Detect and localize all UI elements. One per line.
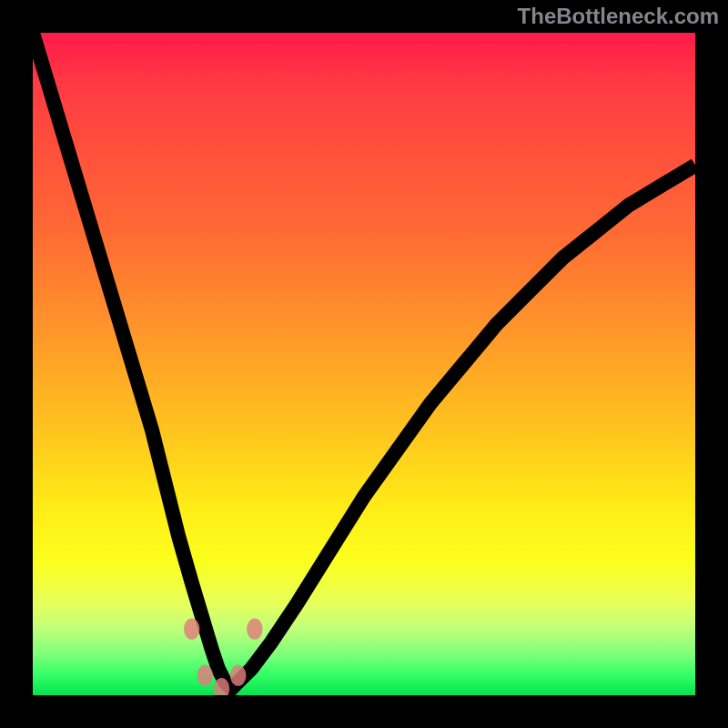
marker-dot [197,665,213,686]
bottleneck-curve [33,33,695,689]
marker-dots [184,619,263,695]
watermark-text: TheBottleneck.com [518,4,719,29]
chart-frame: TheBottleneck.com [0,0,728,728]
plot-svg [33,33,695,695]
plot-area [33,33,695,695]
marker-dot [184,619,199,640]
marker-dot [247,619,262,640]
marker-dot [230,665,246,686]
